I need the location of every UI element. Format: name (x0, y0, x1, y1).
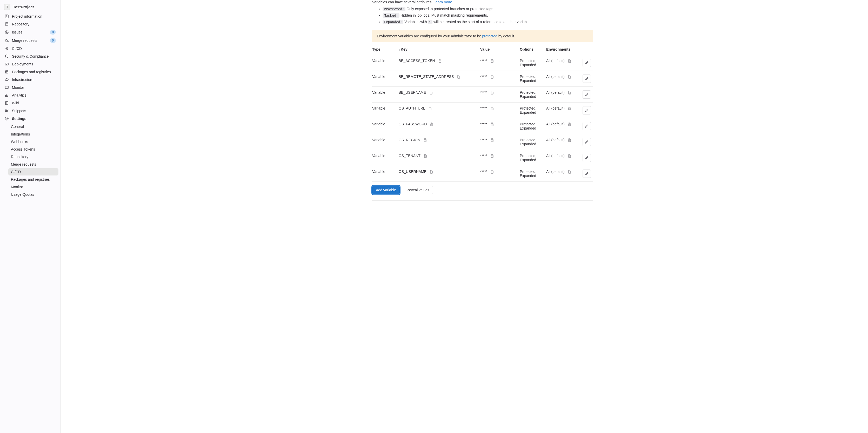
copy-key-button[interactable] (429, 170, 433, 174)
copy-key-button[interactable] (429, 91, 433, 95)
copy-key-button[interactable] (423, 154, 427, 158)
copy-env-button[interactable] (567, 91, 571, 95)
cell-key: OS_AUTH_URL (399, 106, 425, 110)
book-icon (5, 101, 9, 105)
settings-sub-general[interactable]: General (8, 123, 58, 130)
sort-ascending-icon: ↑ (399, 48, 400, 52)
add-variable-button[interactable]: Add variable (372, 186, 400, 194)
sidebar-item-merge-requests[interactable]: Merge requests 0 (2, 36, 58, 45)
edit-variable-button[interactable] (583, 138, 591, 146)
learn-more-link[interactable]: Learn more. (433, 0, 453, 4)
sidebar-item-label: Wiki (12, 101, 56, 105)
sidebar-item-repository[interactable]: Repository (2, 20, 58, 28)
settings-sub-repository[interactable]: Repository (8, 153, 58, 160)
copy-value-button[interactable] (490, 106, 494, 110)
sidebar-item-label: Issues (12, 30, 47, 34)
variables-table: Type ↑Key Value Options Environments Var… (372, 44, 593, 182)
copy-key-button[interactable] (423, 138, 427, 142)
cell-value: ***** (480, 138, 487, 142)
sidebar-item-wiki[interactable]: Wiki (2, 99, 58, 107)
project-header[interactable]: T TestProject (2, 2, 58, 11)
cell-options: Protected, Expanded (520, 134, 546, 150)
settings-sub-monitor[interactable]: Monitor (8, 183, 58, 191)
protected-link[interactable]: protected (482, 34, 497, 38)
edit-variable-button[interactable] (583, 169, 591, 178)
main-content: Variables can have several attributes. L… (326, 0, 603, 433)
cell-env: All (default) (546, 90, 565, 95)
sidebar-item-project-information[interactable]: Project information (2, 12, 58, 20)
sidebar-item-monitor[interactable]: Monitor (2, 84, 58, 91)
cell-env: All (default) (546, 138, 565, 142)
copy-env-button[interactable] (567, 106, 571, 110)
count-badge: 0 (50, 38, 56, 43)
th-type[interactable]: Type (372, 44, 399, 55)
settings-sub-webhooks[interactable]: Webhooks (8, 138, 58, 145)
cell-options: Protected, Expanded (520, 102, 546, 118)
table-row: Variable OS_AUTH_URL ***** Protected, Ex… (372, 102, 593, 118)
sidebar-item-ci-cd[interactable]: CI/CD (2, 45, 58, 53)
notice-post: by default. (497, 34, 515, 38)
copy-env-button[interactable] (567, 170, 571, 174)
cell-value: ***** (480, 122, 487, 126)
copy-value-button[interactable] (490, 138, 494, 142)
th-options[interactable]: Options (520, 44, 546, 55)
edit-variable-button[interactable] (583, 106, 591, 114)
copy-value-button[interactable] (490, 75, 494, 79)
code-chip: $ (428, 20, 432, 24)
reveal-values-button[interactable]: Reveal values (403, 186, 433, 194)
edit-variable-button[interactable] (583, 154, 591, 162)
settings-sub-integrations[interactable]: Integrations (8, 131, 58, 138)
edit-variable-button[interactable] (583, 122, 591, 130)
copy-env-button[interactable] (567, 75, 571, 79)
cell-value: ***** (480, 90, 487, 95)
sidebar-item-label: Merge requests (12, 38, 47, 42)
bullet-text: will be treated as the start of a refere… (432, 20, 530, 24)
settings-sub-access-tokens[interactable]: Access Tokens (8, 146, 58, 153)
edit-variable-button[interactable] (583, 59, 591, 67)
th-key[interactable]: ↑Key (399, 44, 480, 55)
sidebar-item-settings[interactable]: Settings (2, 115, 58, 123)
th-value[interactable]: Value (480, 44, 520, 55)
table-row: Variable BE_REMOTE_STATE_ADDRESS ***** P… (372, 71, 593, 87)
sidebar-item-label: Deployments (12, 62, 56, 66)
copy-env-button[interactable] (567, 138, 571, 142)
copy-value-button[interactable] (490, 59, 494, 63)
edit-variable-button[interactable] (583, 90, 591, 99)
monitor-icon (5, 86, 9, 90)
code-chip: Masked: (382, 13, 399, 18)
sidebar-item-snippets[interactable]: Snippets (2, 107, 58, 115)
settings-sub-packages-and-registries[interactable]: Packages and registries (8, 176, 58, 183)
copy-key-button[interactable] (429, 122, 433, 126)
sidebar-item-deployments[interactable]: Deployments (2, 60, 58, 68)
intro-truncated-line: Variables can have several attributes. L… (372, 0, 593, 4)
sidebar-item-security-compliance[interactable]: Security & Compliance (2, 53, 58, 60)
copy-value-button[interactable] (490, 170, 494, 174)
copy-key-button[interactable] (456, 75, 461, 79)
sidebar-item-infrastructure[interactable]: Infrastructure (2, 76, 58, 84)
code-chip: Expanded: (382, 20, 403, 24)
sidebar-item-analytics[interactable]: Analytics (2, 91, 58, 99)
count-badge: 0 (50, 30, 56, 35)
analytics-icon (5, 93, 9, 97)
copy-env-button[interactable] (567, 122, 571, 126)
settings-sub-ci-cd[interactable]: CI/CD (8, 168, 58, 175)
sidebar-item-packages-and-registries[interactable]: Packages and registries (2, 68, 58, 76)
cell-env: All (default) (546, 169, 565, 174)
cell-key: OS_USERNAME (399, 169, 427, 174)
sidebar-item-label: Packages and registries (12, 70, 56, 74)
copy-env-button[interactable] (567, 154, 571, 158)
copy-key-button[interactable] (428, 106, 432, 110)
copy-value-button[interactable] (490, 122, 494, 126)
copy-env-button[interactable] (567, 59, 571, 63)
gear-icon (5, 116, 9, 121)
copy-value-button[interactable] (490, 154, 494, 158)
edit-variable-button[interactable] (583, 74, 591, 83)
copy-key-button[interactable] (438, 59, 442, 63)
cell-env: All (default) (546, 59, 565, 63)
copy-value-button[interactable] (490, 91, 494, 95)
attribute-desc-list: Protected: Only exposed to protected bra… (372, 6, 593, 25)
sidebar-item-issues[interactable]: Issues 0 (2, 28, 58, 36)
settings-sub-merge-requests[interactable]: Merge requests (8, 161, 58, 168)
settings-sub-usage-quotas[interactable]: Usage Quotas (8, 191, 58, 198)
th-environments[interactable]: Environments (546, 44, 580, 55)
